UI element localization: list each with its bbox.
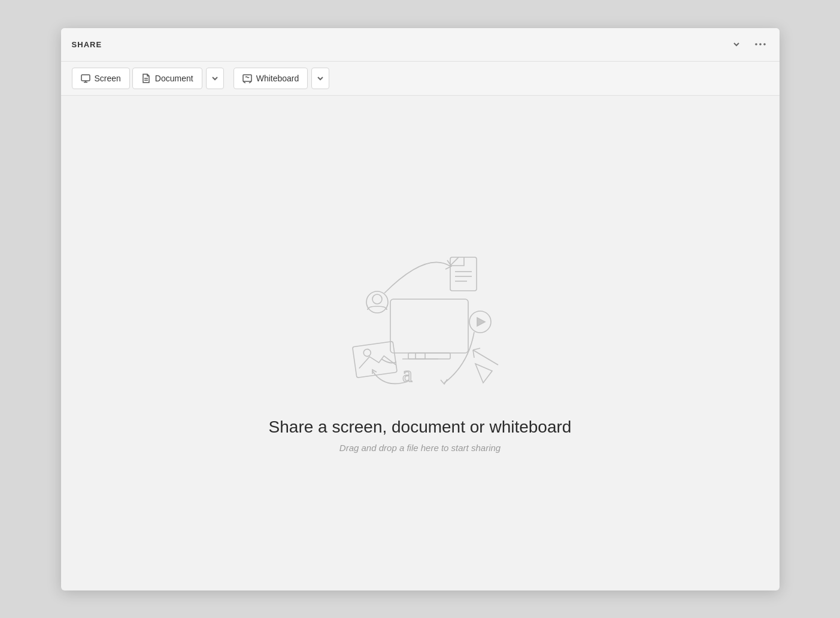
more-icon: [754, 39, 766, 49]
titlebar-right: [729, 37, 769, 51]
svg-rect-8: [243, 75, 251, 81]
svg-marker-25: [477, 318, 485, 326]
titlebar-left: SHARE: [72, 40, 102, 49]
whiteboard-tab-label: Whiteboard: [256, 74, 299, 83]
svg-rect-3: [81, 75, 90, 81]
collapse-button[interactable]: [729, 37, 744, 51]
svg-point-0: [755, 43, 757, 45]
svg-point-22: [363, 348, 371, 357]
toolbar: Screen Document Whiteboard: [61, 62, 780, 96]
chevron-down-icon: [732, 39, 741, 49]
svg-point-20: [372, 294, 382, 304]
svg-rect-14: [416, 353, 425, 359]
svg-line-26: [473, 350, 498, 365]
main-title: Share a screen, document or whiteboard: [269, 418, 572, 437]
screen-tab-button[interactable]: Screen: [72, 68, 130, 89]
whiteboard-dropdown-icon: [317, 75, 324, 82]
whiteboard-dropdown-button[interactable]: [311, 68, 329, 89]
document-tab-label: Document: [155, 74, 193, 83]
document-dropdown-icon: [211, 75, 219, 82]
svg-marker-29: [475, 364, 492, 383]
share-window: SHARE Screen: [61, 28, 780, 590]
document-dropdown-button[interactable]: [206, 68, 224, 89]
svg-rect-11: [390, 299, 468, 353]
main-content: a Share a screen, document or whiteb: [61, 96, 780, 590]
screen-tab-label: Screen: [95, 74, 121, 83]
main-subtitle: Drag and drop a file here to start shari…: [339, 443, 501, 453]
svg-line-28: [473, 350, 474, 358]
svg-point-1: [759, 43, 762, 45]
document-icon: [141, 74, 151, 83]
screen-icon: [81, 74, 90, 83]
share-title: SHARE: [72, 40, 102, 49]
document-tab-button[interactable]: Document: [132, 68, 202, 89]
whiteboard-tab-button[interactable]: Whiteboard: [233, 68, 308, 89]
svg-point-2: [763, 43, 766, 45]
svg-line-27: [473, 348, 480, 350]
share-illustration: a: [325, 233, 516, 401]
titlebar: SHARE: [61, 28, 780, 62]
whiteboard-icon: [242, 74, 252, 83]
more-options-button[interactable]: [752, 37, 769, 51]
svg-rect-12: [408, 353, 450, 359]
